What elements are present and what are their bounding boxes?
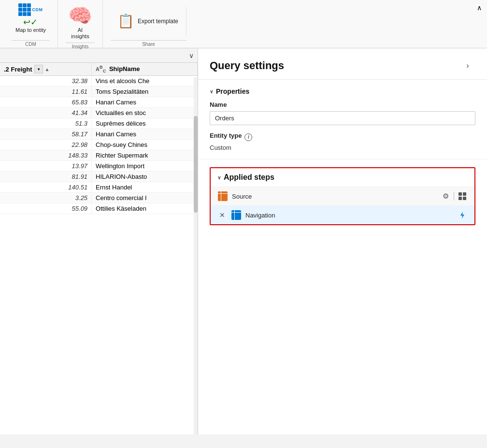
- svg-marker-4: [460, 212, 464, 218]
- ribbon-collapse-button[interactable]: ∧: [473, 2, 485, 14]
- ribbon-group-share: 📋 Export template Share: [103, 0, 194, 48]
- applied-steps-section: ∨ Applied steps Source ⚙: [198, 159, 487, 434]
- map-to-entity-button[interactable]: CDM ↩✓ Map to entity: [12, 3, 50, 35]
- source-view-icon[interactable]: [457, 191, 468, 202]
- cdm-icon: CDM ↩✓: [20, 5, 41, 26]
- navigation-step-actions: [457, 210, 468, 220]
- source-table-icon: [217, 191, 228, 202]
- entity-type-row: Entity type i: [210, 132, 475, 142]
- freight-cell: 11.61: [0, 87, 92, 97]
- query-settings-expand-button[interactable]: ›: [460, 58, 475, 73]
- table-row: 3.25 Centro comercial I: [0, 193, 198, 203]
- freight-cell: 140.51: [0, 182, 92, 193]
- map-to-entity-label: Map to entity: [15, 27, 46, 33]
- shipname-cell: Suprêmes délices: [92, 118, 198, 129]
- share-group-label: Share: [111, 40, 186, 47]
- source-gear-icon[interactable]: ⚙: [440, 191, 451, 202]
- table-row: 11.61 Toms Spezialitäten: [0, 87, 198, 97]
- shipname-cell: Richter Supermark: [92, 150, 198, 161]
- freight-cell: 65.83: [0, 97, 92, 108]
- freight-cell: 3.25: [0, 193, 92, 203]
- navigation-table-icon: [231, 210, 242, 220]
- step-source[interactable]: Source ⚙: [211, 187, 474, 205]
- export-template-button[interactable]: 📋 Export template: [111, 7, 186, 36]
- table-row: 55.09 Ottilies Käseladen: [0, 203, 198, 214]
- export-template-icon: 📋: [118, 12, 134, 31]
- source-divider: [454, 192, 454, 201]
- sort-up-icon: ▲: [45, 67, 50, 72]
- applied-steps-label: Applied steps: [224, 173, 274, 182]
- table-row: 148.33 Richter Supermark: [0, 150, 198, 161]
- entity-type-group: Entity type i Custom: [210, 132, 475, 151]
- table-row: 81.91 HILARION-Abasto: [0, 172, 198, 182]
- properties-section: ∨ Properties Name Entity type i Custom: [198, 80, 487, 159]
- shipname-cell: Ottilies Käseladen: [92, 203, 198, 214]
- shipname-label: ShipName: [109, 65, 140, 72]
- shipname-column-header[interactable]: ABC ShipName: [92, 63, 198, 76]
- shipname-cell: Victuailles en stoc: [92, 108, 198, 118]
- freight-column-header[interactable]: .2 Freight ▾ ▲: [0, 63, 92, 76]
- freight-cell: 81.91: [0, 172, 92, 182]
- ribbon-group-insights: 🧠 AIinsights Insights: [58, 0, 103, 48]
- table-row: 13.97 Wellington Import: [0, 161, 198, 172]
- cdm-group-label: CDM: [12, 40, 50, 47]
- data-panel-header: ∨: [0, 48, 198, 63]
- name-field-group: Name: [210, 101, 475, 125]
- shipname-cell: Chop-suey Chines: [92, 140, 198, 150]
- query-settings-panel: Query settings › ∨ Properties Name Entit…: [198, 48, 487, 434]
- freight-cell: 22.98: [0, 140, 92, 150]
- shipname-cell: Hanari Carnes: [92, 129, 198, 140]
- entity-type-label: Entity type: [210, 132, 242, 139]
- freight-cell: 58.17: [0, 129, 92, 140]
- navigation-step-label: Navigation: [245, 212, 457, 219]
- shipname-cell: Toms Spezialitäten: [92, 87, 198, 97]
- entity-type-info-icon[interactable]: i: [244, 133, 252, 141]
- name-input[interactable]: [210, 111, 475, 125]
- freight-cell: 148.33: [0, 150, 92, 161]
- shipname-cell: HILARION-Abasto: [92, 172, 198, 182]
- ribbon-group-cdm: CDM ↩✓ Map to entity CDM: [4, 0, 58, 48]
- freight-cell: 13.97: [0, 161, 92, 172]
- properties-section-header[interactable]: ∨ Properties: [210, 87, 475, 95]
- query-settings-header: Query settings ›: [198, 48, 487, 80]
- applied-steps-header[interactable]: ∨ Applied steps: [211, 168, 474, 187]
- svg-rect-0: [458, 192, 462, 196]
- collapse-data-panel-button[interactable]: ∨: [189, 52, 194, 59]
- freight-cell: 51.3: [0, 118, 92, 129]
- freight-cell: 32.38: [0, 76, 92, 87]
- ai-insights-button[interactable]: 🧠 AIinsights: [66, 3, 95, 42]
- shipname-cell: Centro comercial I: [92, 193, 198, 203]
- data-panel: ∨ .2 Freight ▾ ▲ ABC: [0, 48, 198, 434]
- ai-insights-label: AIinsights: [71, 27, 89, 40]
- step-navigation[interactable]: ✕ Navigation: [211, 205, 474, 224]
- navigation-lightning-icon[interactable]: [457, 210, 468, 220]
- applied-steps-box: ∨ Applied steps Source ⚙: [210, 167, 475, 225]
- shipname-cell: Hanari Carnes: [92, 97, 198, 108]
- applied-steps-chevron-icon: ∨: [217, 175, 221, 180]
- source-step-actions: ⚙: [440, 191, 468, 202]
- name-label: Name: [210, 101, 475, 108]
- table-row: 32.38 Vins et alcools Che: [0, 76, 198, 87]
- svg-rect-3: [463, 197, 466, 200]
- source-step-label: Source: [232, 193, 440, 200]
- freight-dropdown-button[interactable]: ▾: [34, 65, 43, 73]
- table-row: 51.3 Suprêmes délices: [0, 118, 198, 129]
- insights-group-label: Insights: [66, 43, 95, 49]
- table-row: 65.83 Hanari Carnes: [0, 97, 198, 108]
- data-table: .2 Freight ▾ ▲ ABC ShipName 32.38: [0, 63, 198, 434]
- main-area: ∨ .2 Freight ▾ ▲ ABC: [0, 48, 487, 434]
- freight-label: .2 Freight: [4, 66, 32, 73]
- query-settings-title: Query settings: [210, 59, 284, 72]
- type-icon-abc: ABC: [96, 66, 106, 72]
- table-row: 41.34 Victuailles en stoc: [0, 108, 198, 118]
- navigation-delete-icon[interactable]: ✕: [217, 210, 227, 220]
- entity-type-value: Custom: [210, 144, 475, 151]
- freight-cell: 55.09: [0, 203, 92, 214]
- table-row: 140.51 Ernst Handel: [0, 182, 198, 193]
- table-row: 58.17 Hanari Carnes: [0, 129, 198, 140]
- export-template-label: Export template: [138, 18, 178, 25]
- scrollbar[interactable]: [194, 77, 198, 434]
- shipname-cell: Wellington Import: [92, 161, 198, 172]
- scroll-thumb[interactable]: [194, 116, 198, 213]
- table-row: 22.98 Chop-suey Chines: [0, 140, 198, 150]
